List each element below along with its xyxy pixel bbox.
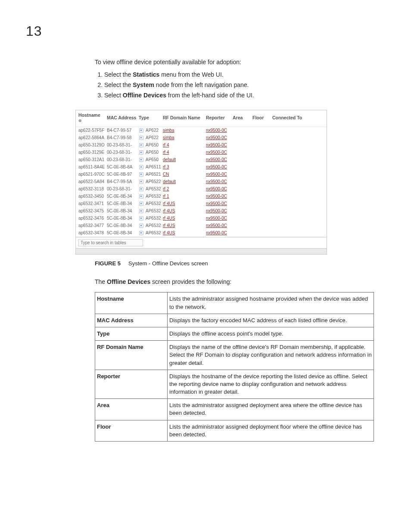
definition-row: AreaLists the administrator assigned dep… [95,399,374,420]
col-connectedto[interactable]: Connected To [271,115,325,121]
definition-text: Lists the administrator assigned deploym… [168,399,374,420]
rf-domain-link[interactable]: rf 2 [163,187,169,191]
reporter-link[interactable]: nx9500-0C [206,201,227,206]
reporter-link[interactable]: nx9500-0C [206,135,227,140]
grid-row[interactable]: ap6521-970C5C-0E-8B-97AP6521CNnx9500-0C [76,171,327,178]
cell-mac: 5C-0E-8B-34 [106,201,138,207]
definition-term: Reporter [95,370,168,399]
cell-hostname: ap6522-5A84 [78,179,106,185]
reporter-link[interactable]: nx9500-0C [206,143,227,147]
col-area[interactable]: Area [232,115,252,121]
rf-domain-link[interactable]: default [163,179,176,184]
rf-domain-link[interactable]: rf 4US [163,208,175,213]
grid-row[interactable]: ap6522-5A84B4-C7-99-5AAP6522defaultnx950… [76,178,327,186]
definition-row: TypeDisplays the offline access point's … [95,327,374,340]
rf-domain-link[interactable]: rf 4 [163,143,169,147]
reporter-link[interactable]: nx9500-0C [206,194,227,199]
reporter-link[interactable]: nx9500-0C [206,128,227,133]
grid-row[interactable]: ap6511-8A4E5C-0E-8B-8AAP6511rf 3nx9500-0… [76,164,327,171]
cell-type: AP6532 [138,208,162,214]
grid-body: ap622-57F5FB4-C7-99-57AP622simbanx9500-0… [76,127,327,237]
cell-type: AP6532 [138,230,162,236]
reporter-link[interactable]: nx9500-0C [206,157,227,162]
definition-text: Displays the factory encoded MAC address… [168,314,374,327]
cell-type: AP650 [138,149,162,156]
grid-row[interactable]: ap6532-34505C-0E-8B-34AP6532rf 1nx9500-0… [76,193,327,200]
grid-row[interactable]: ap6532-311800-23-68-31-AP6532rf 2nx9500-… [76,186,327,193]
grid-row[interactable]: ap6532-34775C-0E-8B-34AP6532rf 4USnx9500… [76,222,327,230]
cell-rf-domain: default [162,157,205,163]
grid-row[interactable]: ap6532-34755C-0E-8B-34AP6532rf 4USnx9500… [76,208,327,215]
grid-search-input[interactable] [78,239,143,246]
grid-row[interactable]: ap6532-34785C-0E-8B-34AP6532rf 4USnx9500… [76,230,327,237]
rf-domain-link[interactable]: rf 1 [163,194,169,199]
access-point-icon [139,150,144,155]
rf-domain-link[interactable]: simba [163,128,174,133]
rf-domain-link[interactable]: rf 4US [163,201,175,206]
cell-type: AP6522 [138,179,162,185]
reporter-link[interactable]: nx9500-0C [206,216,227,221]
cell-rf-domain: simba [162,128,205,134]
access-point-icon [139,216,144,221]
cell-mac: 5C-0E-8B-34 [106,223,138,229]
col-mac[interactable]: MAC Address [106,115,138,121]
cell-rf-domain: rf 4US [162,201,205,207]
cell-hostname: ap6532-3450 [78,193,106,199]
col-reporter[interactable]: Reporter [205,115,232,121]
cell-reporter: nx9500-0C [205,135,232,141]
intro-text: To view offline device potentially avail… [95,58,377,67]
step-item: Select the System node from the left nav… [104,81,377,90]
cell-mac: 5C-0E-8B-34 [106,230,138,236]
rf-domain-link[interactable]: rf 3 [163,165,169,169]
step-item: Select Offline Devices from the left-han… [104,91,377,100]
col-floor[interactable]: Floor [252,115,271,121]
cell-rf-domain: rf 4US [162,230,205,236]
reporter-link[interactable]: nx9500-0C [206,179,227,184]
grid-row[interactable]: ap622-5864AB4-C7-99-58AP622simbanx9500-0… [76,134,327,142]
cell-mac: 5C-0E-8B-34 [106,193,138,199]
reporter-link[interactable]: nx9500-0C [206,172,227,177]
definitions-intro: The Offline Devices screen provides the … [95,278,377,286]
rf-domain-link[interactable]: rf 4 [163,150,169,155]
col-rfdomain[interactable]: RF Domain Name [162,115,205,121]
steps-list: Select the Statistics menu from the Web … [95,71,377,100]
cell-mac: B4-C7-99-5A [106,179,138,185]
access-point-icon [139,143,144,148]
definitions-intro-pre: The [95,278,107,285]
rf-domain-link[interactable]: rf 4US [163,230,175,235]
cell-hostname: ap6532-3118 [78,186,106,192]
definition-text: Displays the name of the offline device'… [168,341,374,370]
cell-reporter: nx9500-0C [205,128,232,134]
definition-row: FloorLists the administrator assigned de… [95,420,374,441]
reporter-link[interactable]: nx9500-0C [206,223,227,228]
reporter-link[interactable]: nx9500-0C [206,230,227,235]
col-hostname-label: Hostname [78,112,100,118]
reporter-link[interactable]: nx9500-0C [206,208,227,213]
cell-reporter: nx9500-0C [205,171,232,177]
definition-text: Lists the administrator assigned hostnam… [168,292,374,314]
grid-row[interactable]: ap6532-34765C-0E-8B-34AP6532rf 4USnx9500… [76,215,327,222]
access-point-icon [139,230,144,236]
reporter-link[interactable]: nx9500-0C [206,187,227,191]
grid-row[interactable]: ap650-312A100-23-68-31-AP650defaultnx950… [76,156,327,164]
col-type[interactable]: Type [138,115,162,121]
rf-domain-link[interactable]: rf 4US [163,223,175,228]
reporter-link[interactable]: nx9500-0C [206,165,227,169]
rf-domain-link[interactable]: simba [163,135,174,140]
col-hostname[interactable]: Hostname ⊛ [78,113,106,123]
grid-row[interactable]: ap622-57F5FB4-C7-99-57AP622simbanx9500-0… [76,127,327,134]
grid-row[interactable]: ap650-3129E00-23-68-31-AP650rf 4nx9500-0… [76,149,327,156]
cell-reporter: nx9500-0C [205,201,232,207]
rf-domain-link[interactable]: default [163,157,176,162]
grid-row[interactable]: ap650-3129D00-23-68-31-AP650rf 4nx9500-0… [76,142,327,149]
cell-hostname: ap6511-8A4E [78,164,106,170]
grid-row[interactable]: ap6532-34715C-0E-8B-34AP6532rf 4USnx9500… [76,200,327,208]
rf-domain-link[interactable]: CN [163,172,169,177]
definition-term: Area [95,399,168,420]
rf-domain-link[interactable]: rf 4US [163,216,175,221]
reporter-link[interactable]: nx9500-0C [206,150,227,155]
definition-term: RF Domain Name [95,341,168,370]
cell-type: AP6532 [138,193,162,199]
access-point-icon [139,208,144,214]
cell-hostname: ap622-5864A [78,135,106,141]
